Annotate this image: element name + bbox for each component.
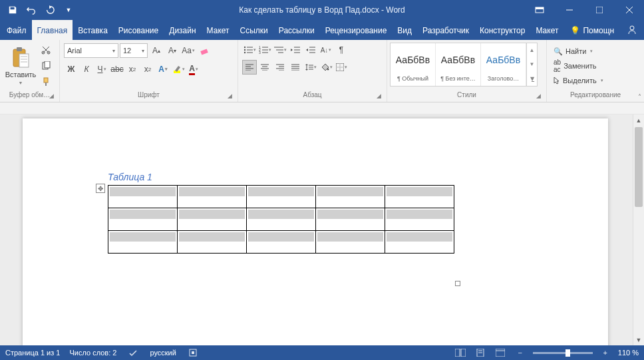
tab-layout[interactable]: Макет bbox=[202, 20, 235, 40]
print-layout-button[interactable] bbox=[473, 347, 488, 359]
show-marks-button[interactable]: ¶ bbox=[334, 43, 349, 57]
align-center-button[interactable] bbox=[257, 60, 272, 75]
copy-button[interactable] bbox=[39, 59, 53, 73]
sort-button[interactable]: A↓ bbox=[319, 43, 333, 57]
tab-file[interactable]: Файл bbox=[1, 20, 32, 40]
bullets-button[interactable] bbox=[242, 43, 257, 57]
style-heading1[interactable]: АаБбВвЗаголово… bbox=[481, 43, 526, 86]
status-page[interactable]: Страница 1 из 1 bbox=[5, 349, 60, 357]
replace-button[interactable]: abacЗаменить bbox=[551, 59, 599, 73]
qat-customize-button[interactable]: ▼ bbox=[60, 1, 77, 19]
highlight-button[interactable] bbox=[171, 62, 186, 77]
justify-button[interactable] bbox=[288, 60, 303, 75]
undo-button[interactable] bbox=[23, 1, 40, 19]
borders-button[interactable] bbox=[334, 60, 349, 75]
tab-references[interactable]: Ссылки bbox=[235, 20, 273, 40]
table-move-handle[interactable]: ✥ bbox=[96, 184, 105, 193]
font-dialog-launcher[interactable]: ◢ bbox=[228, 92, 236, 100]
ribbon-display-button[interactable] bbox=[524, 0, 554, 20]
shading-button[interactable] bbox=[319, 60, 333, 75]
spellcheck-button[interactable] bbox=[126, 347, 140, 359]
zoom-in-button[interactable]: + bbox=[598, 347, 613, 359]
shrink-font-button[interactable]: A▾ bbox=[165, 43, 180, 58]
close-button[interactable] bbox=[614, 0, 644, 20]
align-left-button[interactable] bbox=[242, 60, 257, 75]
grow-font-button[interactable]: A▴ bbox=[149, 43, 164, 58]
styles-dialog-launcher[interactable]: ◢ bbox=[536, 92, 544, 100]
change-case-button[interactable]: Aa bbox=[181, 43, 196, 58]
tab-view[interactable]: Вид bbox=[392, 20, 417, 40]
justify-icon bbox=[291, 64, 299, 71]
select-button[interactable]: Выделить▾ bbox=[551, 73, 606, 88]
strikethrough-button[interactable]: abc bbox=[110, 62, 124, 77]
text-effects-button[interactable]: A bbox=[156, 62, 170, 77]
font-size-combo[interactable]: 12▾ bbox=[120, 43, 148, 58]
tab-insert[interactable]: Вставка bbox=[73, 20, 113, 40]
clipboard-dialog-launcher[interactable]: ◢ bbox=[49, 92, 57, 100]
zoom-slider-knob[interactable] bbox=[565, 349, 570, 357]
minimize-button[interactable] bbox=[554, 0, 584, 20]
web-layout-button[interactable] bbox=[493, 347, 508, 359]
font-color-button[interactable]: A bbox=[186, 62, 201, 77]
decrease-indent-button[interactable] bbox=[288, 43, 303, 57]
group-styles: АаБбВв¶ Обычный АаБбВв¶ Без инте… АаБбВв… bbox=[387, 40, 547, 102]
table-resize-handle[interactable] bbox=[455, 281, 460, 286]
line-spacing-button[interactable] bbox=[303, 60, 318, 75]
ribbon: Вставить ▼ Буфер обм… ◢ Arial▾ 12▾ A▴ A▾… bbox=[0, 40, 644, 102]
superscript-button[interactable]: x2 bbox=[140, 62, 155, 77]
save-button[interactable] bbox=[4, 1, 21, 19]
redo-button[interactable] bbox=[41, 1, 59, 19]
table-row[interactable] bbox=[108, 186, 454, 208]
zoom-value[interactable]: 110 % bbox=[618, 349, 639, 357]
status-word-count[interactable]: Число слов: 2 bbox=[69, 349, 116, 357]
tell-me-search[interactable]: 💡Помощн bbox=[565, 20, 619, 40]
cut-button[interactable] bbox=[39, 43, 53, 57]
scroll-thumb[interactable] bbox=[635, 127, 643, 207]
zoom-slider[interactable] bbox=[533, 352, 593, 354]
document-workspace[interactable]: Таблица 1 ✥ bbox=[0, 114, 633, 345]
tab-table-design[interactable]: Конструктор bbox=[474, 20, 530, 40]
format-painter-button[interactable] bbox=[39, 75, 53, 89]
bold-button[interactable]: Ж bbox=[64, 62, 79, 77]
vertical-scrollbar[interactable]: ▲ ▼ bbox=[633, 114, 644, 345]
maximize-button[interactable] bbox=[584, 0, 614, 20]
table-caption[interactable]: Таблица 1 bbox=[108, 172, 454, 182]
table-row[interactable] bbox=[108, 231, 454, 254]
tab-design[interactable]: Дизайн bbox=[164, 20, 201, 40]
increase-indent-button[interactable] bbox=[303, 43, 318, 57]
macro-record-button[interactable] bbox=[186, 347, 200, 359]
scroll-up-button[interactable]: ▲ bbox=[633, 114, 644, 126]
styles-scroll-down[interactable]: ▼ bbox=[527, 57, 537, 71]
tab-home[interactable]: Главная bbox=[32, 20, 73, 40]
tab-table-layout[interactable]: Макет bbox=[530, 20, 564, 40]
italic-button[interactable]: К bbox=[79, 62, 94, 77]
align-right-button[interactable] bbox=[273, 60, 287, 75]
scroll-track[interactable] bbox=[633, 126, 644, 334]
styles-gallery: АаБбВв¶ Обычный АаБбВв¶ Без инте… АаБбВв… bbox=[390, 43, 538, 87]
font-name-combo[interactable]: Arial▾ bbox=[64, 43, 118, 58]
share-button[interactable] bbox=[619, 20, 644, 40]
table-row[interactable] bbox=[108, 208, 454, 231]
subscript-button[interactable]: x2 bbox=[125, 62, 140, 77]
styles-scroll-up[interactable]: ▲ bbox=[527, 43, 537, 57]
zoom-out-button[interactable]: − bbox=[513, 347, 528, 359]
status-language[interactable]: русский bbox=[150, 349, 176, 357]
paragraph-dialog-launcher[interactable]: ◢ bbox=[377, 92, 385, 100]
multilevel-list-button[interactable] bbox=[273, 43, 287, 57]
scroll-down-button[interactable]: ▼ bbox=[633, 334, 644, 345]
tab-review[interactable]: Рецензирование bbox=[320, 20, 393, 40]
read-mode-button[interactable] bbox=[453, 347, 468, 359]
paste-button[interactable]: Вставить ▼ bbox=[4, 43, 37, 89]
numbering-button[interactable]: 123 bbox=[257, 43, 272, 57]
style-normal[interactable]: АаБбВв¶ Обычный bbox=[391, 43, 436, 86]
tab-draw[interactable]: Рисование bbox=[113, 20, 164, 40]
find-button[interactable]: 🔍Найти▾ bbox=[551, 44, 595, 59]
tab-developer[interactable]: Разработчик bbox=[417, 20, 474, 40]
styles-expand[interactable]: ▼̲ bbox=[527, 72, 537, 86]
clear-formatting-button[interactable] bbox=[197, 43, 212, 58]
style-no-spacing[interactable]: АаБбВв¶ Без инте… bbox=[436, 43, 481, 86]
collapse-ribbon-button[interactable]: ˄ bbox=[638, 93, 641, 100]
document-table[interactable] bbox=[108, 185, 454, 254]
underline-button[interactable]: Ч bbox=[94, 62, 109, 77]
tab-mailings[interactable]: Рассылки bbox=[273, 20, 320, 40]
